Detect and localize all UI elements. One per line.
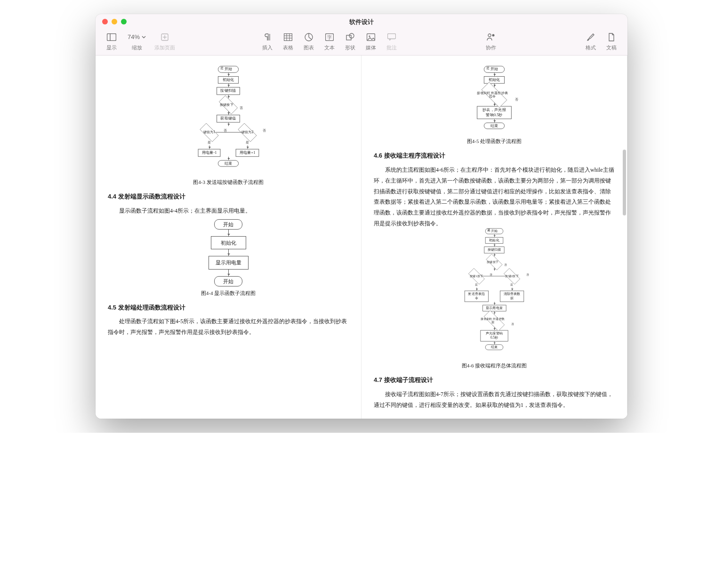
addpage-button: 添加页面 (152, 31, 178, 52)
caption-4-4: 图4-4 显示函数子流程图 (108, 288, 349, 298)
document-area[interactable]: 开始 初始化 按键扫描 按键按下否 是 获取键值 键值为1 是 用电量-1 键值… (96, 56, 627, 419)
paragraph-4-4: 显示函数子流程如图4-4所示；在主界面显示用电量。 (108, 206, 349, 216)
caption-4-5: 图4-5 处理函数子流程图 (374, 136, 615, 146)
svg-point-14 (349, 33, 354, 38)
addpage-icon (161, 32, 169, 43)
comment-icon (387, 32, 396, 43)
comment-button: 批注 (381, 31, 402, 52)
shape-button[interactable]: 形状 (340, 31, 361, 52)
svg-text:字: 字 (327, 35, 332, 40)
chevron-down-icon (142, 36, 146, 39)
media-button[interactable]: 媒体 (361, 31, 381, 52)
caption-4-6: 图4-6 接收端程序总体流程图 (374, 361, 615, 371)
piechart-icon (305, 32, 313, 43)
paragraph-icon (264, 32, 271, 43)
paragraph-4-6: 系统的主流程图如图4-6所示；在主程序中：首先对各个模块进行初始化，随后进入wh… (374, 165, 615, 229)
table-button[interactable]: 表格 (278, 31, 298, 52)
shape-icon (346, 32, 354, 43)
svg-point-18 (488, 34, 491, 37)
collab-button[interactable]: 协作 (481, 31, 501, 52)
page-right: 开始 初始化 接收到红外遥控抄表指令否 是 抄表，声光报警响0.5秒 结束 图4… (362, 56, 627, 419)
flowchart-4-6: 开始 初始化 按键扫描 按键按下否 是 按键1按下 是 发送查表指令 按键2按下… (398, 228, 591, 350)
heading-4-4: 4.4 发射端显示函数流程设计 (108, 191, 349, 203)
image-icon (367, 32, 375, 43)
paragraph-4-5: 处理函数子流程如下图4-5所示，该函数主要通过接收红外遥控器的抄表指令，当接收到… (108, 316, 349, 338)
svg-point-16 (369, 35, 370, 37)
table-icon (284, 32, 292, 43)
minimize-icon[interactable] (112, 19, 117, 24)
window-title: 软件设计 (349, 18, 374, 26)
flowchart-4-3: 开始 初始化 按键扫描 按键按下否 是 获取键值 键值为1 是 用电量-1 键值… (117, 66, 339, 167)
heading-4-5: 4.5 发射端处理函数流程设计 (108, 302, 349, 314)
svg-rect-5 (284, 33, 292, 40)
textbox-icon: 字 (325, 32, 334, 43)
page-left: 开始 初始化 按键扫描 按键按下否 是 获取键值 键值为1 是 用电量-1 键值… (96, 56, 362, 419)
heading-4-6: 4.6 接收端主程序流程设计 (374, 150, 615, 162)
sidebar-icon (107, 32, 116, 43)
insert-button[interactable]: 插入 (257, 31, 278, 52)
titlebar: 软件设计 (96, 14, 627, 27)
heading-4-7: 4.7 接收端子流程设计 (374, 374, 615, 386)
app-window: 软件设计 显示 74% 缩放 添加页面 插入 表格 图表 字文本 形状 媒体 (96, 14, 627, 419)
flowchart-4-4: 开始 初始化 显示用电量 开始 (108, 219, 349, 286)
zoom-value: 74% (125, 32, 149, 43)
zoom-button[interactable]: 74% 缩放 (122, 31, 152, 52)
collab-icon (486, 32, 496, 43)
caption-4-3: 图4-3 发送端按键函数子流程图 (108, 177, 349, 187)
svg-rect-0 (107, 33, 116, 40)
document-button[interactable]: 文稿 (601, 31, 622, 52)
text-button[interactable]: 字文本 (319, 31, 340, 52)
svg-point-19 (492, 34, 495, 36)
svg-rect-17 (387, 33, 395, 39)
document-icon (608, 32, 615, 43)
fullscreen-icon[interactable] (121, 19, 127, 24)
paragraph-4-7: 接收端子流程图如图4-7所示；按键设置函数首先通过按键扫描函数，获取按键按下的键… (374, 389, 615, 411)
brush-icon (586, 32, 595, 43)
flowchart-4-5: 开始 初始化 接收到红外遥控抄表指令否 是 抄表，声光报警响0.5秒 结束 (383, 66, 605, 129)
close-icon[interactable] (102, 19, 108, 24)
toolbar: 显示 74% 缩放 添加页面 插入 表格 图表 字文本 形状 媒体 批注 协作 … (96, 27, 627, 56)
scrollbar-thumb[interactable] (623, 150, 626, 215)
format-button[interactable]: 格式 (580, 31, 601, 52)
traffic-lights (102, 19, 127, 24)
view-button[interactable]: 显示 (101, 31, 122, 52)
chart-button[interactable]: 图表 (298, 31, 319, 52)
